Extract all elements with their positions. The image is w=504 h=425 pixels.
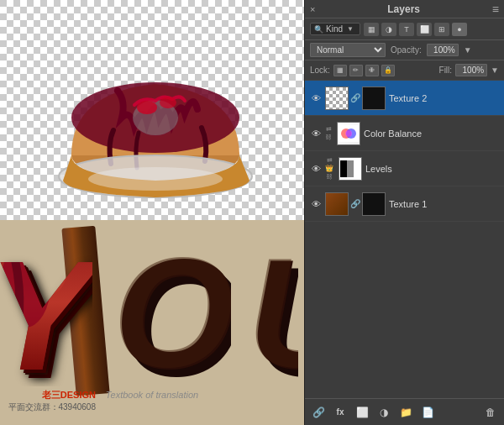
layer-mask-thumbnail (362, 87, 386, 110)
panel-title: Layers (387, 3, 420, 15)
blend-mode-select[interactable]: Normal (310, 43, 386, 57)
brand-area: 老三DESIGN 平面交流群：43940608 (8, 389, 97, 413)
type-filter-icon[interactable]: T (399, 23, 414, 36)
svg-text:U: U (247, 227, 298, 386)
thumb-color-balance-bg (338, 123, 360, 144)
levels-thumb-svg (340, 160, 360, 177)
fx-button[interactable]: fx (332, 404, 349, 421)
layer-name: Texture 1 (389, 199, 499, 209)
layer-clip-icon: ⛓ (325, 134, 332, 141)
thumb-texture1-bg (326, 193, 348, 215)
layer-sub-icons: ⇄ 👑 ⛓ (325, 156, 333, 181)
canvas-area: Y Y Y (0, 0, 304, 425)
svg-point-12 (137, 101, 157, 114)
shape-filter-icon[interactable]: ⬜ (417, 23, 432, 36)
filter-bar: 🔍 Kind ▼ ▦ ◑ T ⬜ ⊞ ● (305, 18, 504, 40)
layer-clip-icon: ⛓ (326, 173, 333, 181)
svg-text:O: O (113, 227, 231, 386)
new-group-button[interactable]: 📁 (397, 404, 414, 421)
new-layer-button[interactable]: 📄 (419, 404, 436, 421)
opacity-label: Opacity: (391, 45, 422, 55)
svg-point-19 (34, 244, 67, 294)
kind-dropdown[interactable]: 🔍 Kind ▼ (310, 23, 360, 35)
translation-text: Textbook of translation (106, 390, 198, 400)
panel-header: × Layers ≡ (305, 0, 504, 18)
layer-thumbnail-container: 🔗 (325, 192, 386, 216)
thumb-checker-bg (326, 87, 348, 109)
fill-label: Fill: (439, 66, 453, 75)
layer-crown-icon: 👑 (325, 165, 333, 172)
letter-y: Y Y Y (0, 227, 92, 386)
group-text: 平面交流群：43940608 (8, 401, 97, 413)
lock-pixels-icon[interactable]: ▦ (333, 65, 347, 76)
layer-thumbnail-container: 🔗 (325, 87, 386, 110)
panel-close-button[interactable]: × (310, 4, 315, 14)
lock-icons-group: ▦ ✏ ✙ 🔒 (333, 65, 395, 76)
layer-thumbnail-container (337, 122, 360, 145)
add-adjustment-button[interactable]: ◑ (375, 404, 392, 421)
layer-item[interactable]: 👁 🔗 Texture 1 (305, 186, 504, 222)
smart-filter-icon[interactable]: ⊞ (434, 23, 449, 36)
panel-bottom-toolbar: 🔗 fx ⬜ ◑ 📁 📄 🗑 (305, 398, 504, 425)
lock-position-icon[interactable]: ✙ (365, 65, 379, 76)
svg-point-11 (88, 167, 223, 191)
translation-credit: Textbook of translation (106, 386, 198, 401)
color-balance-thumb-svg (339, 125, 359, 142)
you-text-area: Y Y Y (0, 227, 298, 412)
cake-image (0, 0, 304, 220)
toggle-filter-icon[interactable]: ● (452, 23, 467, 36)
lock-image-icon[interactable]: ✏ (349, 65, 363, 76)
add-mask-button[interactable]: ⬜ (354, 404, 370, 421)
svg-rect-33 (354, 160, 360, 177)
layer-link-icon: ⇄ (326, 125, 332, 133)
lock-all-icon[interactable]: 🔒 (381, 65, 395, 76)
layer-name: Color Balance (364, 129, 499, 139)
svg-rect-31 (340, 160, 347, 177)
svg-point-29 (345, 130, 352, 137)
lock-fill-row: Lock: ▦ ✏ ✙ 🔒 Fill: 100% ▼ (305, 60, 504, 81)
you-letters: Y Y Y (0, 227, 298, 386)
layer-name: Texture 2 (389, 93, 499, 103)
letter-u: U U U (244, 227, 298, 386)
cake-area (0, 0, 304, 220)
layer-item[interactable]: 👁 ⇄ 👑 ⛓ Levels (305, 151, 504, 186)
layer-item[interactable]: 👁 🔗 Texture 2 (305, 81, 504, 116)
layer-mask-thumbnail (362, 192, 386, 216)
letter-o: O O O (109, 227, 231, 386)
panel-menu-button[interactable]: ≡ (492, 3, 499, 16)
delete-layer-button[interactable]: 🗑 (482, 404, 499, 421)
layer-chain-link[interactable]: 🔗 (350, 93, 360, 102)
brand-text: 老三DESIGN (8, 389, 97, 401)
blend-opacity-row: Normal Opacity: 100% ▼ (305, 40, 504, 60)
layer-visibility-eye[interactable]: 👁 (310, 163, 322, 175)
opacity-value[interactable]: 100% (427, 44, 459, 56)
layers-panel: × Layers ≡ 🔍 Kind ▼ ▦ ◑ T ⬜ ⊞ ● Normal O… (304, 0, 504, 425)
thumb-levels-bg (339, 158, 361, 180)
layer-name: Levels (365, 164, 499, 174)
filter-icons-group: ▦ ◑ T ⬜ ⊞ ● (364, 23, 467, 36)
layer-thumbnail (325, 192, 349, 216)
layer-chain-link[interactable]: 🔗 (350, 199, 360, 208)
svg-point-13 (160, 97, 176, 108)
layer-thumbnail (337, 122, 360, 145)
layer-thumbnail (339, 157, 362, 181)
layer-thumbnail-container (339, 157, 362, 181)
layer-thumbnail (325, 87, 349, 110)
layer-sub-icons: ⇄ ⛓ (325, 125, 332, 141)
lock-label: Lock: (310, 66, 330, 75)
layer-item[interactable]: 👁 ⇄ ⛓ Color Balance (305, 116, 504, 151)
layer-visibility-eye[interactable]: 👁 (310, 128, 322, 139)
layer-visibility-eye[interactable]: 👁 (310, 198, 322, 210)
svg-rect-32 (347, 160, 354, 177)
layers-list: 👁 🔗 Texture 2 👁 ⇄ ⛓ (305, 81, 504, 398)
fill-value[interactable]: 100% (455, 64, 487, 76)
link-layers-button[interactable]: 🔗 (310, 404, 327, 421)
adjustment-filter-icon[interactable]: ◑ (381, 23, 396, 36)
pixel-filter-icon[interactable]: ▦ (364, 23, 379, 36)
layer-link-icon: ⇄ (327, 156, 333, 164)
layer-visibility-eye[interactable]: 👁 (310, 92, 322, 104)
